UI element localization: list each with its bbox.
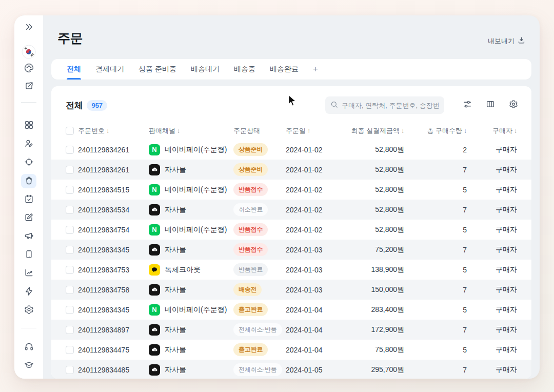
sidebar-item-orders[interactable] xyxy=(21,174,36,188)
order-date-cell: 2024-01-03 xyxy=(286,246,342,254)
tab-item[interactable]: 결제대기 xyxy=(88,59,131,80)
crosshair-icon xyxy=(24,157,34,169)
sidebar-item-marketing[interactable] xyxy=(21,229,36,244)
table-row[interactable]: 2401129834758자사몰배송전2024-01-03150,000원7구매… xyxy=(51,280,531,300)
row-checkbox[interactable] xyxy=(66,366,74,374)
table-settings-gear-icon[interactable] xyxy=(509,100,518,111)
table-row[interactable]: 2401129834345N네이버페이(주문형)출고완료2024-01-0428… xyxy=(51,300,531,320)
amount-cell: 52,800원 xyxy=(342,165,404,174)
order-search[interactable] xyxy=(325,96,444,114)
buyer-cell: 구매자 xyxy=(467,365,517,375)
buyer-cell: 구매자 xyxy=(467,205,517,214)
tab-label: 결제대기 xyxy=(95,65,124,74)
channel-label: 네이버페이(주문형) xyxy=(165,185,227,194)
row-checkbox[interactable] xyxy=(66,266,74,274)
sidebar-item-guide[interactable] xyxy=(21,359,36,373)
columns-icon[interactable] xyxy=(486,100,495,111)
sidebar-item-dashboard[interactable] xyxy=(21,119,36,133)
sidebar-item-analytics[interactable] xyxy=(21,266,36,281)
export-button-label: 내보내기 xyxy=(488,36,515,46)
tab-item[interactable]: 배송중 xyxy=(227,59,263,80)
sidebar-collapse-button[interactable] xyxy=(21,21,36,35)
select-all-checkbox[interactable] xyxy=(66,127,74,135)
sidebar-item-mobile-app[interactable] xyxy=(21,248,36,262)
row-checkbox[interactable] xyxy=(66,146,74,154)
column-header[interactable]: 주문번호↓ xyxy=(78,126,149,135)
row-checkbox[interactable] xyxy=(66,186,74,194)
column-header[interactable]: 주문상태 xyxy=(233,126,286,135)
column-header[interactable]: 총 구매수량↓ xyxy=(404,126,467,135)
table-row[interactable]: 2401129834515N네이버페이(주문형)반품접수2024-01-0252… xyxy=(51,180,531,200)
row-checkbox[interactable] xyxy=(66,226,74,234)
tab-item[interactable]: 배송대기 xyxy=(184,59,227,80)
table-row[interactable]: 2401129834754N네이버페이(주문형)반품접수2024-01-0252… xyxy=(51,220,531,240)
download-icon xyxy=(518,36,525,46)
row-checkbox[interactable] xyxy=(66,286,74,294)
smartphone-icon xyxy=(24,249,34,261)
table-row[interactable]: 2401129834485자사몰전체취소·반품2024-01-05295,700… xyxy=(51,360,531,379)
own-mall-channel-icon xyxy=(149,164,160,175)
column-header-label: 구매자 xyxy=(492,126,512,135)
quantity-cell: 7 xyxy=(404,366,467,374)
row-checkbox[interactable] xyxy=(66,166,74,174)
column-header[interactable]: 구매자↓ xyxy=(467,126,517,135)
order-no-cell: 2401129834475 xyxy=(78,346,149,354)
naverpay-channel-icon: N xyxy=(149,304,160,316)
sidebar-item-settings[interactable] xyxy=(21,303,36,318)
status-cell: 상품준비 xyxy=(233,143,286,156)
naverpay-channel-icon: N xyxy=(149,224,160,236)
row-checkbox[interactable] xyxy=(66,346,74,354)
sidebar-item-support[interactable] xyxy=(21,340,36,355)
buyer-cell: 구매자 xyxy=(467,285,517,295)
sidebar-item-posts[interactable] xyxy=(21,211,36,225)
workspace-logo[interactable] xyxy=(21,44,36,60)
channel-cell: 자사몰 xyxy=(149,204,233,215)
zap-icon xyxy=(24,286,34,298)
row-checkbox[interactable] xyxy=(66,326,74,334)
table-row[interactable]: 2401129834261N네이버페이(주문형)상품준비2024-01-0252… xyxy=(51,140,531,160)
order-no-cell: 2401129834515 xyxy=(78,186,149,194)
tab-item[interactable]: 배송완료 xyxy=(263,59,306,80)
column-header[interactable]: 주문일↑ xyxy=(286,126,342,135)
table-row[interactable]: 2401129834753톡체크아웃반품완료2024-01-03138,900원… xyxy=(51,260,531,280)
tab-item[interactable]: 전체 xyxy=(60,59,88,80)
search-input[interactable] xyxy=(342,102,439,109)
table-row[interactable]: 2401129834261자사몰상품준비2024-01-0252,800원7구매… xyxy=(51,160,531,180)
row-checkbox[interactable] xyxy=(66,246,74,254)
table-header-row: 주문번호↓판매채널↓주문상태주문일↑최종 실결제금액↓총 구매수량↓구매자↓ xyxy=(51,122,531,140)
channel-cell: N네이버페이(주문형) xyxy=(149,144,233,155)
sidebar-item-theme[interactable] xyxy=(21,62,36,76)
amount-cell: 52,800원 xyxy=(342,185,404,194)
column-header-label: 주문상태 xyxy=(233,126,260,135)
tab-item[interactable]: 상품 준비중 xyxy=(131,59,184,80)
row-checkbox[interactable] xyxy=(66,306,74,314)
order-date-cell: 2024-01-02 xyxy=(286,226,342,234)
sidebar-item-automation[interactable] xyxy=(21,285,36,299)
filter-sliders-icon[interactable] xyxy=(463,100,472,111)
sidebar-item-reservations[interactable] xyxy=(21,192,36,207)
chart-line-icon xyxy=(24,268,34,280)
tab-label: 상품 준비중 xyxy=(138,65,176,74)
column-header[interactable]: 판매채널↓ xyxy=(149,126,233,135)
sidebar-item-customers[interactable] xyxy=(21,137,36,151)
column-header[interactable]: 최종 실결제금액↓ xyxy=(342,126,404,135)
channel-label: 자사몰 xyxy=(165,365,186,375)
sidebar-divider xyxy=(21,328,36,328)
status-badge: 출고완료 xyxy=(233,343,268,356)
table-row[interactable]: 2401129834897자사몰전체취소·반품2024-01-04172,900… xyxy=(51,320,531,340)
table-row[interactable]: 2401129834534자사몰취소완료2024-01-0252,800원7구매… xyxy=(51,200,531,220)
add-tab-button[interactable]: + xyxy=(306,59,325,80)
row-checkbox[interactable] xyxy=(66,206,74,214)
table-row[interactable]: 2401129834475자사몰출고완료2024-01-0475,800원5구매… xyxy=(51,340,531,360)
status-badge: 상품준비 xyxy=(233,143,268,156)
sidebar xyxy=(14,15,43,379)
sidebar-item-open-site[interactable] xyxy=(21,80,36,94)
order-date-cell: 2024-01-04 xyxy=(286,346,342,354)
table-row[interactable]: 2401129834345자사몰반품접수2024-01-0375,200원7구매… xyxy=(51,240,531,260)
channel-label: 자사몰 xyxy=(165,245,186,254)
order-date-cell: 2024-01-03 xyxy=(286,286,342,294)
order-date-cell: 2024-01-02 xyxy=(286,146,342,154)
sidebar-item-targeting[interactable] xyxy=(21,155,36,170)
tab-label: 배송중 xyxy=(234,65,255,74)
export-button[interactable]: 내보내기 xyxy=(488,36,525,47)
